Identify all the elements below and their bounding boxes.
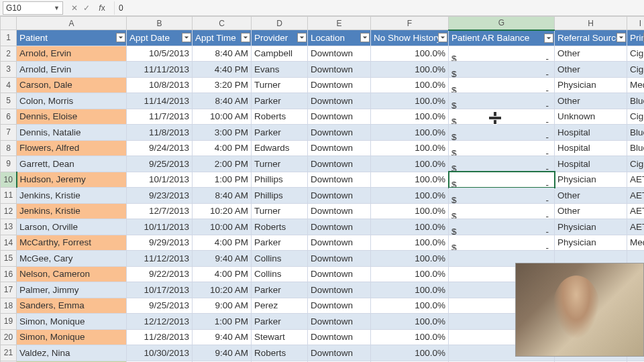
column-header-H[interactable]: H	[555, 17, 627, 30]
column-header-A[interactable]: A	[17, 17, 127, 30]
cell-location[interactable]: Downtown	[308, 156, 371, 172]
cell-provider[interactable]: Parker	[252, 93, 308, 109]
row-number[interactable]: 10	[1, 172, 17, 188]
cell-appt-time[interactable]: 2:00 PM	[193, 156, 252, 172]
cell-noshow[interactable]: 100.0%	[371, 219, 449, 235]
cell-location[interactable]: Downtown	[308, 125, 371, 141]
filter-dropdown-icon[interactable]	[616, 33, 626, 42]
cell-appt-date[interactable]: 11/28/2013	[127, 329, 193, 345]
cell-appt-time[interactable]: 8:40 AM	[193, 188, 252, 204]
cell-primary[interactable]: AETN	[627, 188, 645, 204]
cell-provider[interactable]: Collins	[252, 266, 308, 282]
cell-referral[interactable]: Hospital	[555, 156, 627, 172]
cell-noshow[interactable]: 100.0%	[371, 109, 449, 125]
cell-patient[interactable]: McGee, Cary	[17, 251, 127, 267]
cell-patient[interactable]: Dennis, Natalie	[17, 125, 127, 141]
cell-location[interactable]: Downtown	[308, 314, 371, 330]
cell-appt-date[interactable]: 11/14/2013	[127, 93, 193, 109]
header-cell[interactable]: Appt Date	[127, 30, 193, 46]
cell-provider[interactable]: Turner	[252, 77, 308, 93]
row-number[interactable]: 19	[1, 314, 17, 330]
cell-primary[interactable]: Cign	[627, 156, 645, 172]
cell-provider[interactable]: Phillips	[252, 188, 308, 204]
cell-primary[interactable]: Blue	[627, 140, 645, 156]
cell-patient[interactable]: Jenkins, Kristie	[17, 203, 127, 219]
cell-provider[interactable]: Perez	[252, 298, 308, 314]
row-number[interactable]: 6	[1, 109, 17, 125]
cell-ar-balance[interactable]: $-	[449, 77, 555, 93]
cell-appt-time[interactable]: 4:40 PM	[193, 62, 252, 78]
cell-primary[interactable]: AETN	[627, 219, 645, 235]
cell-noshow[interactable]: 100.0%	[371, 156, 449, 172]
cell-noshow[interactable]: 100.0%	[371, 188, 449, 204]
header-cell[interactable]: Prim	[627, 30, 645, 46]
cell-ar-balance[interactable]: $-	[449, 125, 555, 141]
row-number[interactable]: 15	[1, 251, 17, 267]
cell-appt-date[interactable]: 11/11/2013	[127, 62, 193, 78]
cell-provider[interactable]: Roberts	[252, 109, 308, 125]
cell-primary[interactable]: AETN	[627, 172, 645, 188]
cell-noshow[interactable]: 100.0%	[371, 235, 449, 251]
cell-appt-time[interactable]: 9:00 AM	[193, 298, 252, 314]
cell-provider[interactable]: Parker	[252, 314, 308, 330]
cell-primary[interactable]: AETN	[627, 203, 645, 219]
cell-ar-balance[interactable]: $-	[449, 62, 555, 78]
row-number[interactable]: 18	[1, 298, 17, 314]
column-header-I[interactable]: I	[627, 17, 645, 30]
cell-location[interactable]: Downtown	[308, 203, 371, 219]
cell-location[interactable]: Downtown	[308, 298, 371, 314]
cell-provider[interactable]: Roberts	[252, 219, 308, 235]
filter-dropdown-icon[interactable]	[241, 33, 250, 42]
cell-provider[interactable]: Turner	[252, 156, 308, 172]
cell-provider[interactable]: Collins	[252, 251, 308, 267]
row-number[interactable]: 3	[1, 62, 17, 78]
cell-noshow[interactable]: 100.0%	[371, 125, 449, 141]
cell-appt-date[interactable]: 9/22/2013	[127, 266, 193, 282]
row-number[interactable]: 7	[1, 125, 17, 141]
cell-appt-time[interactable]: 1:00 PM	[193, 172, 252, 188]
row-number[interactable]: 21	[1, 345, 17, 361]
cell-patient[interactable]: Jenkins, Kristie	[17, 188, 127, 204]
row-number[interactable]: 13	[1, 219, 17, 235]
cell-appt-time[interactable]: 1:00 PM	[193, 314, 252, 330]
cell-noshow[interactable]: 100.0%	[371, 140, 449, 156]
cell-provider[interactable]: Campbell	[252, 46, 308, 62]
cell-appt-time[interactable]: 9:40 AM	[193, 251, 252, 267]
cell-appt-date[interactable]: 9/23/2013	[127, 188, 193, 204]
cell-referral[interactable]: Unknown	[555, 109, 627, 125]
header-cell[interactable]: Patient	[17, 30, 127, 46]
cell-patient[interactable]: Palmer, Jimmy	[17, 282, 127, 298]
cell-referral[interactable]: Other	[555, 93, 627, 109]
cell-ar-balance[interactable]: $-	[449, 172, 555, 188]
filter-dropdown-icon[interactable]	[116, 33, 125, 42]
cell-appt-time[interactable]: 3:20 PM	[193, 77, 252, 93]
cell-appt-date[interactable]: 12/7/2013	[127, 203, 193, 219]
row-number[interactable]: 11	[1, 188, 17, 204]
cell-noshow[interactable]: 100.0%	[371, 251, 449, 267]
cell-location[interactable]: Downtown	[308, 282, 371, 298]
cell-noshow[interactable]: 100.0%	[371, 62, 449, 78]
header-cell[interactable]: Appt Time	[193, 30, 252, 46]
cell-appt-date[interactable]: 10/5/2013	[127, 46, 193, 62]
cell-ar-balance[interactable]: $-	[449, 140, 555, 156]
filter-dropdown-icon[interactable]	[544, 34, 553, 43]
cell-location[interactable]: Downtown	[308, 251, 371, 267]
cell-location[interactable]: Downtown	[308, 140, 371, 156]
row-number[interactable]: 2	[1, 46, 17, 62]
cell-appt-time[interactable]: 9:40 AM	[193, 329, 252, 345]
column-header-C[interactable]: C	[193, 17, 252, 30]
cell-patient[interactable]: Dennis, Eloise	[17, 109, 127, 125]
cell-patient[interactable]: Nelson, Cameron	[17, 266, 127, 282]
cell-referral[interactable]: Hospital	[555, 140, 627, 156]
cell-provider[interactable]: Edwards	[252, 140, 308, 156]
cell-location[interactable]: Downtown	[308, 46, 371, 62]
cell-noshow[interactable]: 100.0%	[371, 46, 449, 62]
cell-appt-date[interactable]: 9/29/2013	[127, 235, 193, 251]
row-number[interactable]: 9	[1, 156, 17, 172]
column-header-D[interactable]: D	[252, 17, 308, 30]
row-number[interactable]: 8	[1, 140, 17, 156]
fx-icon[interactable]: fx	[95, 3, 109, 13]
cell-location[interactable]: Downtown	[308, 172, 371, 188]
cell-location[interactable]: Downtown	[308, 109, 371, 125]
cell-noshow[interactable]: 100.0%	[371, 77, 449, 93]
